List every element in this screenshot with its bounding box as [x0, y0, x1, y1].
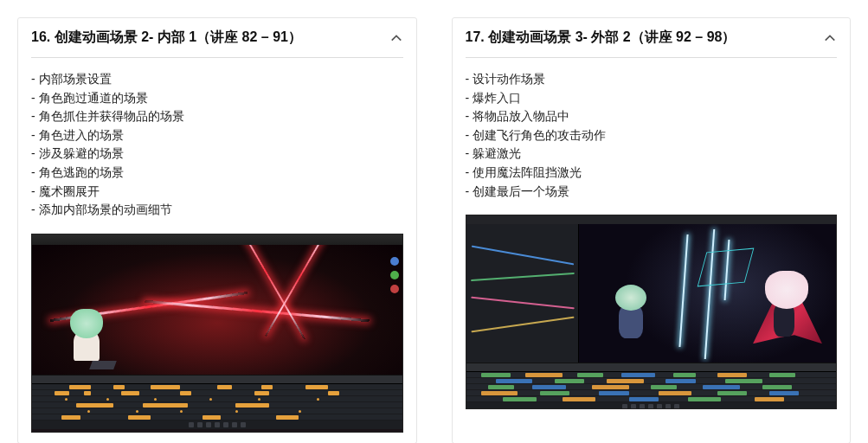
- list-item: 角色抓住并获得物品的场景: [31, 107, 403, 126]
- graph-editor-panel: [466, 224, 579, 363]
- lesson-card-17: 17. 创建动画场景 3- 外部 2（讲座 92 – 98） 设计动作场景 爆炸…: [452, 17, 852, 443]
- chevron-up-icon[interactable]: [389, 31, 403, 45]
- card-title: 16. 创建动画场景 2- 内部 1（讲座 82 – 91）: [31, 29, 302, 47]
- lesson-card-16: 16. 创建动画场景 2- 内部 1（讲座 82 – 91） 内部场景设置 角色…: [17, 17, 417, 443]
- list-item: 内部场景设置: [31, 70, 403, 89]
- preview-image: [466, 215, 838, 409]
- list-item: 魔术圈展开: [31, 183, 403, 202]
- preview-image: [31, 234, 403, 433]
- card-title: 17. 创建动画场景 3- 外部 2（讲座 92 – 98）: [466, 29, 736, 47]
- list-item: 创建飞行角色的攻击动作: [466, 126, 838, 145]
- card-header[interactable]: 16. 创建动画场景 2- 内部 1（讲座 82 – 91）: [31, 29, 403, 58]
- list-item: 角色进入的场景: [31, 126, 403, 145]
- viewport-panel: [579, 224, 837, 363]
- lesson-item-list: 设计动作场景 爆炸入口 将物品放入物品中 创建飞行角色的攻击动作 躲避激光 使用…: [466, 70, 838, 201]
- list-item: 涉及躲避的场景: [31, 144, 403, 164]
- list-item: 设计动作场景: [466, 70, 838, 89]
- list-item: 角色跑过通道的场景: [31, 89, 403, 108]
- list-item: 将物品放入物品中: [466, 107, 838, 126]
- list-item: 角色逃跑的场景: [31, 164, 403, 183]
- timeline-panel: [32, 375, 402, 429]
- lesson-item-list: 内部场景设置 角色跑过通道的场景 角色抓住并获得物品的场景 角色进入的场景 涉及…: [31, 70, 403, 220]
- card-header[interactable]: 17. 创建动画场景 3- 外部 2（讲座 92 – 98）: [466, 29, 838, 58]
- viewport-gizmo-icon: [390, 257, 399, 293]
- list-item: 创建最后一个场景: [466, 183, 838, 202]
- timeline-panel: [466, 363, 837, 409]
- chevron-up-icon[interactable]: [823, 31, 837, 45]
- list-item: 爆炸入口: [466, 89, 838, 108]
- list-item: 使用魔法阵阻挡激光: [466, 164, 838, 183]
- list-item: 添加内部场景的动画细节: [31, 201, 403, 220]
- list-item: 躲避激光: [466, 144, 838, 164]
